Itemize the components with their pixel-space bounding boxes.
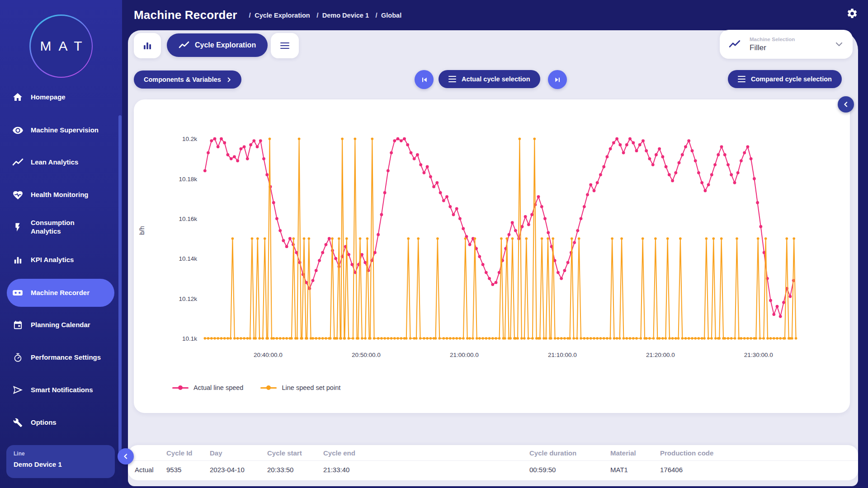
sidebar-item-machine-recorder[interactable]: Machine Recorder xyxy=(12,282,111,304)
eye-icon xyxy=(12,124,24,136)
legend-marker xyxy=(260,387,277,389)
table-header: Day xyxy=(210,449,267,457)
chart-panel-collapse-button[interactable] xyxy=(838,96,854,113)
sidebar-item-label: Consumption Analytics xyxy=(31,219,103,236)
compared-cycle-selection-button[interactable]: Compared cycle selection xyxy=(728,70,842,88)
breadcrumb-separator: / xyxy=(249,11,251,19)
recorder-cassette-icon xyxy=(12,287,24,299)
sidebar-item-health-monitoring[interactable]: Health Monitoring xyxy=(12,184,111,206)
actual-cycle-selection-button[interactable]: Actual cycle selection xyxy=(439,70,540,88)
cell-cycle-id: 9535 xyxy=(166,466,210,474)
settings-gear-icon[interactable] xyxy=(846,8,858,19)
menu-icon xyxy=(448,76,456,83)
sidebar-item-label: Options xyxy=(31,418,103,427)
y-tick-label: 10.2k xyxy=(182,136,197,142)
sidebar-item-label: KPI Analytics xyxy=(31,256,103,264)
sidebar-item-label: Planning Calendar xyxy=(31,321,103,329)
row-label: Actual xyxy=(135,466,166,474)
app-logo-text: MAT xyxy=(31,16,92,77)
x-tick-label: 21:00:00.0 xyxy=(450,352,479,358)
trend-line-icon xyxy=(179,40,189,51)
trend-line-icon xyxy=(12,156,24,168)
y-axis-ticks: 10.1k10.12k10.14k10.16k10.18k10.2k xyxy=(152,119,197,358)
sidebar-item-kpi-analytics[interactable]: KPI Analytics xyxy=(12,249,111,271)
cell-cycle-start: 20:33:50 xyxy=(267,466,323,474)
legend-label: Actual line speed xyxy=(193,384,243,391)
cell-cycle-duration: 00:59:50 xyxy=(529,466,610,474)
components-variables-button[interactable]: Components & Variables xyxy=(134,70,241,89)
x-tick-label: 21:30:00.0 xyxy=(744,352,773,358)
cell-day: 2023-04-10 xyxy=(210,466,267,474)
legend-item-line-speed-set-point[interactable]: Line speed set point xyxy=(260,384,340,391)
bar-chart-icon xyxy=(12,254,24,266)
table-header: Cycle end xyxy=(323,449,529,457)
heart-pulse-icon xyxy=(12,189,24,201)
table-header: Cycle start xyxy=(267,449,323,457)
y-tick-label: 10.16k xyxy=(179,215,197,222)
menu-icon xyxy=(738,76,745,83)
y-tick-label: 10.1k xyxy=(182,335,197,342)
line-selector-card[interactable]: Line Demo Device 1 xyxy=(6,445,115,478)
wrench-icon xyxy=(12,417,24,428)
legend-label: Line speed set point xyxy=(282,384,340,391)
sidebar-item-lean-analytics[interactable]: Lean Analytics xyxy=(12,151,111,173)
sidebar-item-label: Machine Recorder xyxy=(31,289,103,297)
sidebar: MAT Homepage Machine Supervision Lean An… xyxy=(0,0,122,488)
table-header: Material xyxy=(610,449,660,457)
sidebar-item-label: Lean Analytics xyxy=(31,158,103,167)
line-selector-label: Line xyxy=(14,450,108,457)
sidebar-item-machine-supervision[interactable]: Machine Supervision xyxy=(12,119,111,141)
menu-icon xyxy=(280,42,289,49)
machine-selection-value: Filler xyxy=(750,43,795,52)
bar-chart-icon xyxy=(142,40,153,51)
sidebar-item-label: Health Monitoring xyxy=(31,191,103,199)
sidebar-item-label: Machine Supervision xyxy=(31,126,103,135)
breadcrumb-item[interactable]: Demo Device 1 xyxy=(322,12,369,19)
x-tick-label: 20:50:00.0 xyxy=(352,352,381,358)
calendar-icon xyxy=(12,319,24,331)
previous-cycle-button[interactable] xyxy=(415,70,434,89)
legend-marker xyxy=(172,387,189,389)
line-chart-plot xyxy=(201,119,814,358)
sidebar-scrollbar[interactable] xyxy=(118,115,122,454)
bolt-icon xyxy=(12,221,24,233)
sidebar-collapse-button[interactable] xyxy=(118,448,134,465)
table-header: Cycle duration xyxy=(529,449,610,457)
chevron-left-icon xyxy=(123,454,128,459)
table-header: Cycle Id xyxy=(166,449,210,457)
breadcrumb-item[interactable]: Global xyxy=(381,12,401,19)
button-label: Components & Variables xyxy=(144,76,221,83)
breadcrumb-item[interactable]: Cycle Exploration xyxy=(255,12,310,19)
sidebar-item-performance-settings[interactable]: Performance Settings xyxy=(12,347,111,368)
cell-material: MAT1 xyxy=(610,466,660,474)
button-label: Compared cycle selection xyxy=(751,75,832,83)
breadcrumb-separator: / xyxy=(316,11,318,19)
x-axis-ticks: 20:40:00.020:50:00.021:00:00.021:10:00.0… xyxy=(201,352,814,361)
sidebar-item-smart-notifications[interactable]: Smart Notifications xyxy=(12,379,111,401)
sidebar-item-options[interactable]: Options xyxy=(12,412,111,433)
chart-legend: Actual line speed Line speed set point xyxy=(172,384,340,391)
table-header: Production code xyxy=(660,449,858,457)
sidebar-item-consumption-analytics[interactable]: Consumption Analytics xyxy=(12,216,111,238)
next-cycle-button[interactable] xyxy=(548,70,567,89)
table-row: Actual 9535 2023-04-10 20:33:50 21:33:40… xyxy=(128,460,858,479)
sidebar-item-homepage[interactable]: Homepage xyxy=(12,86,111,108)
page-title: Machine Recorder xyxy=(134,8,237,22)
sidebar-item-planning-calendar[interactable]: Planning Calendar xyxy=(12,314,111,336)
chevron-down-icon xyxy=(835,40,844,49)
tab-cycle-exploration[interactable]: Cycle Exploration xyxy=(167,33,268,57)
sidebar-item-label: Smart Notifications xyxy=(31,386,103,394)
x-tick-label: 21:20:00.0 xyxy=(646,352,675,358)
more-options-button[interactable] xyxy=(271,33,299,58)
machine-selection-dropdown[interactable]: Machine Selection Filler xyxy=(720,30,853,59)
x-tick-label: 20:40:00.0 xyxy=(254,352,283,358)
cycle-chart-card: 10.1k10.12k10.14k10.16k10.18k10.2k b/h 2… xyxy=(134,99,850,413)
line-selector-value: Demo Device 1 xyxy=(14,460,108,468)
breadcrumb-separator: / xyxy=(375,11,377,19)
sidebar-item-label: Homepage xyxy=(31,93,103,102)
legend-item-actual-line-speed[interactable]: Actual line speed xyxy=(172,384,243,391)
chart-view-button[interactable] xyxy=(134,33,161,58)
breadcrumb: Machine Recorder / Cycle Exploration / D… xyxy=(134,0,401,30)
send-arrow-icon xyxy=(12,384,24,396)
button-label: Actual cycle selection xyxy=(462,75,530,83)
